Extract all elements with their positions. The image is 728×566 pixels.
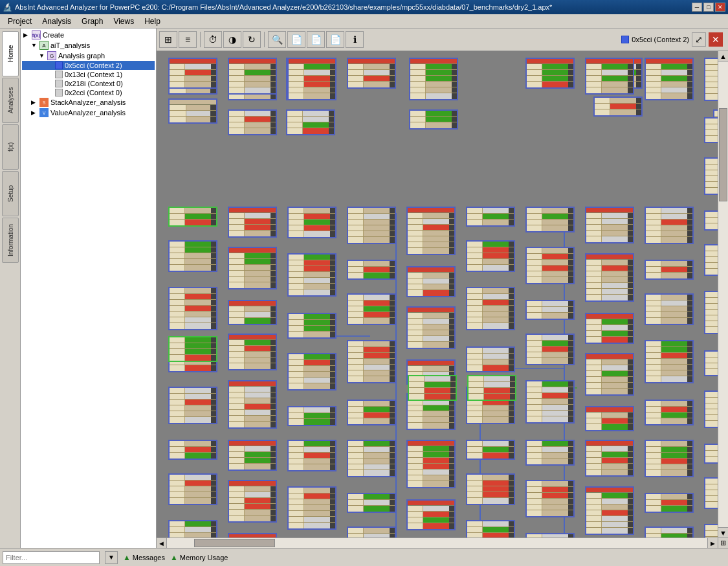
cfg-node[interactable]: [409, 109, 458, 130]
cfg-node[interactable]: [168, 287, 217, 330]
close-button[interactable]: ✕: [715, 3, 725, 12]
cfg-node[interactable]: [228, 109, 277, 135]
cfg-node[interactable]: [645, 260, 694, 280]
menu-project[interactable]: Project: [3, 16, 37, 27]
cfg-node[interactable]: [406, 306, 456, 349]
cfg-node[interactable]: [228, 300, 277, 325]
cfg-node[interactable]: [585, 353, 634, 396]
sidebar-tab-information[interactable]: Information: [2, 218, 19, 263]
cfg-node[interactable]: [466, 520, 515, 538]
cfg-node[interactable]: [168, 336, 217, 362]
toolbar-btn-close-graph[interactable]: ✕: [709, 32, 723, 47]
graph-canvas[interactable]: [157, 51, 728, 538]
cfg-node[interactable]: [287, 353, 336, 391]
cfg-node[interactable]: [585, 440, 634, 477]
cfg-node[interactable]: [466, 240, 515, 272]
cfg-node[interactable]: [525, 334, 575, 365]
toolbar-btn-grid[interactable]: ⊞: [159, 31, 177, 48]
menu-graph[interactable]: Graph: [76, 16, 108, 27]
cfg-node[interactable]: [525, 480, 575, 517]
cfg-node[interactable]: [347, 400, 396, 425]
cfg-node[interactable]: [347, 207, 396, 244]
cfg-node[interactable]: [409, 58, 458, 100]
title-bar-controls[interactable]: ─ □ ✕: [692, 3, 725, 12]
tree-item-value[interactable]: ▶ V ValueAnalyzer_analysis: [22, 108, 155, 118]
cfg-node[interactable]: [347, 493, 396, 513]
hscrollbar[interactable]: ◄ ► ⊞: [157, 538, 728, 548]
cfg-node[interactable]: [585, 486, 634, 535]
cfg-node[interactable]: [525, 440, 575, 466]
minimize-button[interactable]: ─: [692, 3, 702, 12]
cfg-node[interactable]: [525, 58, 575, 89]
cfg-node[interactable]: [645, 58, 694, 100]
tree-item-graph[interactable]: ▼ G Analysis graph: [22, 51, 155, 61]
cfg-node[interactable]: [168, 240, 217, 272]
toolbar-btn-page-right[interactable]: 📄: [326, 31, 344, 48]
cfg-node[interactable]: [525, 300, 575, 320]
cfg-node[interactable]: [645, 526, 694, 538]
scroll-left-btn[interactable]: ◄: [157, 538, 167, 549]
cfg-node[interactable]: [347, 293, 396, 325]
cfg-node[interactable]: [286, 109, 335, 135]
cfg-node[interactable]: [525, 247, 575, 284]
cfg-node[interactable]: [168, 520, 217, 538]
vscrollbar[interactable]: ▲ ▼: [718, 51, 728, 538]
cfg-node[interactable]: [525, 380, 575, 424]
cfg-node[interactable]: [228, 480, 277, 523]
hscroll-track[interactable]: [167, 538, 707, 548]
cfg-node[interactable]: [466, 207, 515, 227]
cfg-node[interactable]: [228, 58, 277, 95]
filter-input[interactable]: [3, 551, 100, 564]
cfg-node[interactable]: [347, 526, 396, 538]
toolbar-btn-expand[interactable]: ⤢: [692, 32, 706, 47]
cfg-node[interactable]: [347, 440, 396, 477]
cfg-node[interactable]: [287, 406, 336, 426]
cfg-node[interactable]: [406, 440, 456, 488]
cfg-node[interactable]: [287, 253, 336, 297]
scroll-up-btn[interactable]: ▲: [718, 51, 728, 62]
toolbar-btn-refresh[interactable]: ↻: [243, 31, 261, 48]
cfg-node[interactable]: [287, 313, 336, 339]
toolbar-btn-info[interactable]: ℹ: [346, 31, 364, 48]
sidebar-tab-home[interactable]: Home: [2, 31, 19, 76]
filter-dropdown-btn[interactable]: ▼: [105, 551, 118, 564]
tree-item-0x13ci[interactable]: 0x13ci (Context 1): [22, 70, 155, 79]
cfg-node[interactable]: [347, 260, 396, 280]
cfg-node[interactable]: [408, 375, 457, 401]
cfg-node[interactable]: [168, 207, 217, 227]
tree-item-create[interactable]: ▶ f(x) Create: [22, 30, 155, 40]
toolbar-btn-search[interactable]: 🔍: [268, 31, 286, 48]
cfg-node[interactable]: [466, 287, 515, 330]
scroll-right-btn[interactable]: ►: [707, 538, 718, 549]
cfg-node[interactable]: [228, 380, 277, 429]
scroll-track[interactable]: [718, 62, 728, 527]
cfg-node[interactable]: [228, 247, 277, 289]
cfg-node[interactable]: [525, 207, 575, 232]
cfg-node[interactable]: [406, 207, 456, 255]
cfg-node[interactable]: [168, 473, 217, 505]
cfg-node[interactable]: [228, 533, 277, 538]
cfg-node[interactable]: [645, 493, 694, 513]
messages-status[interactable]: ▲ Messages: [123, 553, 165, 562]
cfg-node[interactable]: [287, 58, 336, 100]
cfg-node[interactable]: [585, 207, 634, 243]
cfg-node[interactable]: [287, 486, 336, 530]
menu-analysis[interactable]: Analysis: [37, 16, 76, 27]
scroll-down-btn[interactable]: ▼: [718, 527, 728, 538]
cfg-node[interactable]: [168, 387, 217, 424]
cfg-node[interactable]: [645, 400, 694, 425]
cfg-node[interactable]: [585, 253, 634, 302]
tree-item-0x5cci[interactable]: 0x5cci (Context 2): [22, 61, 155, 70]
maximize-button[interactable]: □: [703, 3, 714, 12]
toolbar-btn-pie[interactable]: ◑: [223, 31, 241, 48]
cfg-node[interactable]: [168, 440, 217, 460]
cfg-node[interactable]: [228, 207, 277, 238]
cfg-node[interactable]: [585, 406, 634, 431]
memory-status[interactable]: ▲ Memory Usage: [170, 553, 228, 562]
sidebar-tab-fx[interactable]: f(x): [2, 124, 19, 170]
cfg-node[interactable]: [406, 499, 456, 530]
sidebar-tab-setup[interactable]: Setup: [2, 171, 19, 216]
tree-item-ait[interactable]: ▼ A aiT_analysis: [22, 40, 155, 51]
sidebar-tab-analyses[interactable]: Analyses: [2, 78, 19, 123]
cfg-node[interactable]: [466, 473, 515, 505]
